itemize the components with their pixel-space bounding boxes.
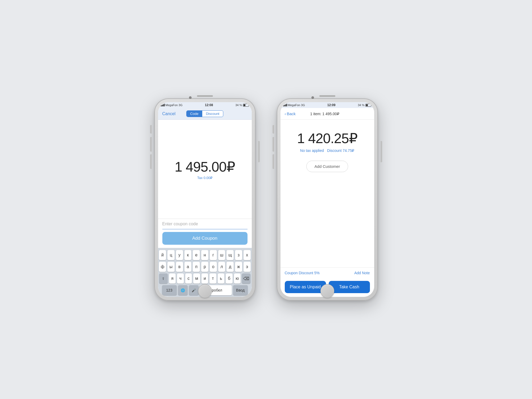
coupon-section: Add Coupon	[158, 219, 252, 248]
kb-я[interactable]: я	[169, 273, 176, 284]
kb-ч[interactable]: ч	[177, 273, 184, 284]
add-customer-button[interactable]: Add Customer	[306, 161, 348, 172]
footer-links: Coupon Discount 5% Add Note	[281, 267, 374, 278]
phone2-camera	[311, 96, 314, 99]
phone2-content: ‹ Back 1 item: 1 495.00₽ 1 420.25₽ No ta…	[281, 108, 374, 297]
kb-т[interactable]: т	[209, 273, 216, 284]
amount-display-2: 1 420.25₽	[285, 130, 370, 146]
back-button[interactable]: ‹ Back	[285, 111, 296, 116]
phone2-speaker	[319, 95, 335, 97]
kb-ф[interactable]: ф	[159, 262, 166, 272]
kb-р[interactable]: р	[201, 262, 208, 272]
power-button[interactable]	[258, 141, 260, 162]
kb-н[interactable]: н	[201, 250, 208, 260]
status-right-1: 34 %	[235, 103, 249, 107]
phone1-screen: MegaFon 3G 12:08 34 % Cancel Code Discou…	[158, 102, 252, 297]
kb-о[interactable]: о	[210, 262, 217, 272]
phone2-vol-up[interactable]	[273, 137, 274, 152]
discount-tab[interactable]: Discount	[202, 111, 223, 117]
kb-mic-icon[interactable]: 🎤	[189, 285, 199, 295]
tax-discount-row: No tax applied Discount 74.75₽	[285, 148, 370, 153]
kb-enter[interactable]: Ввод	[233, 285, 248, 295]
coupon-discount-link[interactable]: Coupon Discount 5%	[285, 271, 320, 275]
status-right-2: 34 %	[358, 103, 371, 107]
back-label[interactable]: Back	[287, 111, 296, 116]
kb-и[interactable]: и	[201, 273, 208, 284]
kb-й[interactable]: й	[159, 250, 166, 260]
battery-icon-2	[365, 104, 371, 107]
no-tax-label: No tax applied	[300, 148, 324, 153]
kb-ж[interactable]: ж	[235, 262, 242, 272]
screen2-body: 1 420.25₽ No tax applied Discount 74.75₽…	[281, 120, 374, 267]
phone-camera	[189, 96, 192, 99]
add-note-link[interactable]: Add Note	[354, 271, 370, 275]
kb-э[interactable]: э	[244, 262, 251, 272]
kb-в[interactable]: в	[176, 262, 183, 272]
kb-shift[interactable]: ⇧	[159, 273, 168, 284]
navbar-2: ‹ Back 1 item: 1 495.00₽	[281, 108, 374, 120]
code-tab[interactable]: Code	[187, 111, 202, 117]
kb-л[interactable]: л	[218, 262, 225, 272]
kb-ю[interactable]: ю	[234, 273, 241, 284]
kb-ь[interactable]: ь	[218, 273, 224, 284]
kb-м[interactable]: м	[193, 273, 200, 284]
battery-pct-2: 34 %	[358, 103, 364, 107]
kb-у[interactable]: у	[176, 250, 183, 260]
kb-backspace[interactable]: ⌫	[242, 273, 250, 284]
signal-icon	[161, 104, 165, 106]
kb-к[interactable]: к	[184, 250, 192, 260]
battery-icon-1	[243, 104, 249, 107]
coupon-input[interactable]	[162, 219, 248, 229]
kb-row-1: й ц у к е н г ш щ з х	[159, 250, 251, 260]
battery-pct-1: 34 %	[235, 103, 242, 107]
signal-icon-2	[283, 104, 287, 106]
discount-label: Discount 74.75₽	[327, 148, 354, 153]
amount-section-1: 1 495.00₽ Tax 0.00₽	[158, 120, 252, 219]
kb-б[interactable]: б	[226, 273, 232, 284]
kb-д[interactable]: д	[226, 262, 234, 272]
phone2-mute[interactable]	[273, 125, 274, 134]
kb-row-3: ⇧ я ч с м и т ь б ю ⌫	[159, 273, 251, 284]
tax-label-1: Tax 0.00₽	[197, 176, 212, 180]
add-customer-section: Add Customer	[285, 161, 370, 172]
phone2-screen: MegaFon 3G 12:09 34 % ‹ Back 1	[281, 102, 374, 297]
phone-2: MegaFon 3G 12:09 34 % ‹ Back 1	[277, 98, 378, 301]
kb-ы[interactable]: ы	[167, 262, 175, 272]
phone-1: MegaFon 3G 12:08 34 % Cancel Code Discou…	[154, 98, 255, 301]
home-button-2[interactable]	[320, 284, 334, 298]
volume-down-button[interactable]	[150, 154, 152, 169]
phones-container: MegaFon 3G 12:08 34 % Cancel Code Discou…	[154, 98, 378, 301]
phone-speaker	[197, 95, 213, 97]
battery-fill-1	[244, 104, 245, 106]
battery-fill-2	[366, 104, 368, 106]
place-unpaid-button[interactable]: Place as Unpaid	[285, 281, 326, 293]
kb-щ[interactable]: щ	[226, 250, 234, 260]
status-bar-1: MegaFon 3G 12:08 34 %	[158, 102, 252, 108]
kb-х[interactable]: х	[244, 250, 251, 260]
kb-globe-icon[interactable]: 🌐	[178, 285, 188, 295]
home-button-1[interactable]	[198, 284, 212, 298]
chevron-left-icon: ‹	[285, 111, 286, 116]
kb-е[interactable]: е	[193, 250, 200, 260]
kb-п[interactable]: п	[193, 262, 200, 272]
volume-up-button[interactable]	[150, 137, 152, 152]
time-2: 12:09	[327, 103, 336, 107]
status-left-1: MegaFon 3G	[161, 103, 183, 107]
cancel-button[interactable]: Cancel	[162, 111, 176, 116]
kb-ш[interactable]: ш	[218, 250, 225, 260]
kb-г[interactable]: г	[210, 250, 217, 260]
kb-с[interactable]: с	[185, 273, 192, 284]
kb-row-2: ф ы в а п р о л д ж э	[159, 262, 251, 272]
phone2-vol-down[interactable]	[273, 154, 274, 169]
nav-title-2: 1 item: 1 495.00₽	[296, 112, 354, 116]
kb-numbers[interactable]: 123	[162, 285, 177, 295]
mute-button[interactable]	[150, 125, 152, 134]
status-bar-2: MegaFon 3G 12:09 34 %	[281, 102, 374, 108]
add-coupon-button[interactable]: Add Coupon	[162, 232, 248, 245]
kb-а[interactable]: а	[184, 262, 192, 272]
segment-control: Code Discount	[186, 110, 224, 117]
kb-з[interactable]: з	[235, 250, 242, 260]
phone2-power[interactable]	[381, 141, 382, 162]
take-cash-button[interactable]: Take Cash	[329, 281, 370, 293]
kb-ц[interactable]: ц	[167, 250, 175, 260]
